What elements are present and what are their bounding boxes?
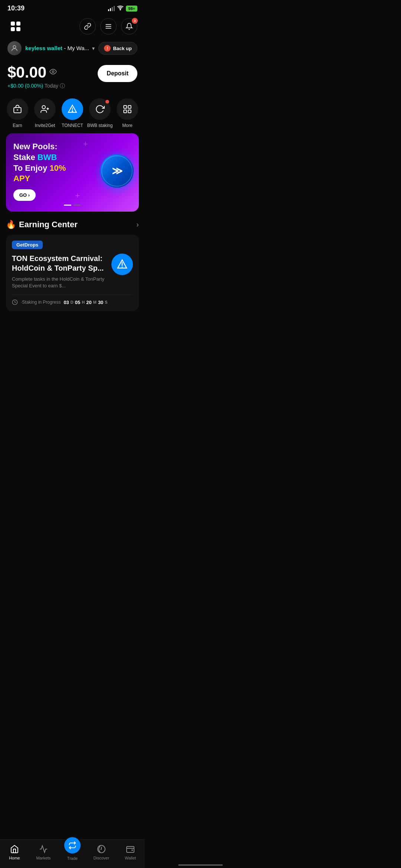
notification-badge: 3	[132, 18, 138, 24]
timer-seconds-unit: S	[105, 300, 107, 304]
svg-point-14	[72, 111, 73, 111]
more-label: More	[122, 123, 132, 128]
invite-icon-wrap	[34, 98, 56, 120]
header-right-icons: 3	[79, 18, 137, 35]
status-time: 10:39	[7, 4, 25, 12]
svg-rect-17	[124, 110, 127, 113]
balance-section: $0.00 +$0.00 (0.00%) Today ⓘ Deposit	[0, 60, 145, 95]
action-invite[interactable]: Invite2Get	[32, 98, 58, 128]
link-button[interactable]	[79, 18, 96, 35]
balance-period-label: Today	[45, 83, 58, 89]
wallet-name-text: - My Wa...	[64, 45, 89, 51]
earning-card[interactable]: GetDrops TON Ecosystem Carnival: HoldCoi…	[6, 235, 139, 311]
banner-dot-1	[64, 205, 71, 206]
wallet-avatar	[7, 41, 22, 55]
notification-button[interactable]: 3	[121, 18, 137, 35]
tonnect-icon-wrap	[62, 98, 83, 120]
staking-label: ·Staking in Progress	[21, 300, 61, 305]
earning-card-content: TON Ecosystem Carnival: HoldCoin & TonPa…	[12, 254, 133, 289]
backup-label: Back up	[113, 46, 132, 51]
banner-title: New Pools: Stake BWB To Enjoy 10% APY	[13, 141, 78, 184]
svg-point-9	[42, 105, 45, 109]
info-icon: ⓘ	[60, 83, 65, 89]
signal-icon	[108, 6, 115, 11]
earning-header: 🔥 Earning Center ›	[6, 220, 139, 229]
status-bar: 10:39 98+	[0, 0, 145, 15]
balance-value: $0.00	[7, 63, 46, 81]
svg-point-4	[13, 46, 16, 48]
timer-days: 03	[63, 300, 69, 305]
earning-card-desc: Complete tasks in the HoldCoin & TonPart…	[12, 276, 107, 289]
earning-section: 🔥 Earning Center › GetDrops TON Ecosyste…	[0, 213, 145, 315]
bwb-icon-wrap	[89, 98, 111, 120]
action-more[interactable]: More	[114, 98, 141, 128]
banner-plus-1: +	[83, 139, 88, 149]
more-icon-wrap	[117, 98, 138, 120]
earn-label: Earn	[13, 123, 22, 128]
earning-card-left: TON Ecosystem Carnival: HoldCoin & TonPa…	[12, 254, 107, 289]
banner-plus-2: +	[75, 191, 80, 200]
timer-minutes-unit: M	[93, 300, 97, 304]
wallet-row: keyless wallet - My Wa... ▾ ! Back up	[0, 39, 145, 60]
svg-rect-16	[128, 105, 131, 108]
apps-button[interactable]	[7, 18, 24, 35]
svg-point-0	[120, 9, 121, 10]
wallet-keyless-label: keyless wallet	[25, 45, 62, 51]
wallet-name-container[interactable]: keyless wallet - My Wa... ▾	[25, 45, 95, 52]
banner-section: + + New Pools: Stake BWB To Enjoy 10% AP…	[0, 130, 145, 213]
banner-line2: To Enjoy	[13, 163, 49, 173]
chevron-down-icon: ▾	[92, 45, 95, 51]
banner-dots	[13, 205, 131, 206]
svg-rect-18	[128, 110, 131, 113]
balance-change: +$0.00 (0.00%) Today ⓘ	[7, 83, 65, 89]
staking-timer: 03 D 05 H 20 M 30 S	[63, 300, 107, 305]
wallet-info[interactable]: keyless wallet - My Wa... ▾	[7, 41, 95, 55]
action-bwb[interactable]: BWB staking	[87, 98, 113, 128]
balance-delta: +$0.00 (0.00%)	[7, 83, 43, 89]
earning-title-text: Earning Center	[19, 220, 78, 229]
svg-point-21	[122, 266, 123, 267]
header-nav: 3	[0, 15, 145, 39]
action-earn[interactable]: Earn	[4, 98, 31, 128]
timer-hours: 05	[75, 300, 80, 305]
coin-circle: ≫	[100, 154, 134, 187]
coin-arrow-icon: ≫	[112, 165, 123, 177]
balance-left: $0.00 +$0.00 (0.00%) Today ⓘ	[7, 63, 65, 89]
timer-days-unit: D	[71, 300, 74, 304]
invite-label: Invite2Get	[35, 123, 55, 128]
deposit-button[interactable]: Deposit	[98, 65, 137, 82]
wifi-icon	[117, 5, 124, 12]
action-tonnect[interactable]: TONNECT	[59, 98, 86, 128]
eye-icon[interactable]	[49, 68, 57, 77]
banner-go-button[interactable]: GO ›	[13, 189, 36, 201]
banner-card[interactable]: + + New Pools: Stake BWB To Enjoy 10% AP…	[6, 133, 139, 211]
menu-button[interactable]	[100, 18, 117, 35]
clock-icon	[12, 299, 18, 305]
timer-minutes: 20	[86, 300, 91, 305]
fire-emoji: 🔥	[6, 220, 16, 229]
warning-icon: !	[104, 45, 111, 52]
earning-chevron-right[interactable]: ›	[136, 220, 139, 229]
battery-indicator: 98+	[126, 6, 137, 12]
bwb-red-dot	[105, 100, 109, 104]
banner-coin: ≫	[100, 154, 134, 187]
svg-point-5	[52, 71, 54, 72]
quick-actions: Earn Invite2Get TONNECT BWB staking	[0, 95, 145, 130]
banner-dot-2	[74, 205, 81, 206]
banner-highlight1: BWB	[38, 153, 57, 162]
timer-seconds: 30	[98, 300, 103, 305]
bwb-label: BWB staking	[87, 123, 113, 128]
earn-icon-wrap	[7, 98, 28, 120]
timer-hours-unit: H	[82, 300, 85, 304]
status-icons: 98+	[108, 5, 137, 12]
getdrops-badge: GetDrops	[12, 241, 43, 249]
balance-amount-row: $0.00	[7, 63, 65, 81]
svg-rect-15	[124, 105, 127, 108]
backup-button[interactable]: ! Back up	[98, 42, 137, 55]
earning-card-title: TON Ecosystem Carnival: HoldCoin & TonPa…	[12, 254, 107, 273]
earning-center-title: 🔥 Earning Center	[6, 220, 78, 229]
earning-card-icon	[111, 254, 133, 275]
tonnect-label: TONNECT	[62, 123, 83, 128]
staking-row: ·Staking in Progress 03 D 05 H 20 M 30 S	[12, 294, 133, 305]
